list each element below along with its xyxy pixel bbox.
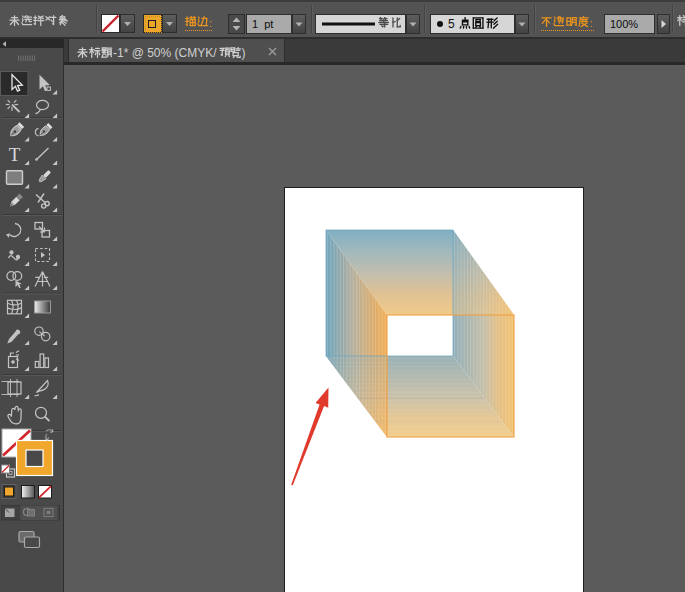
svg-text:T: T	[9, 144, 21, 165]
